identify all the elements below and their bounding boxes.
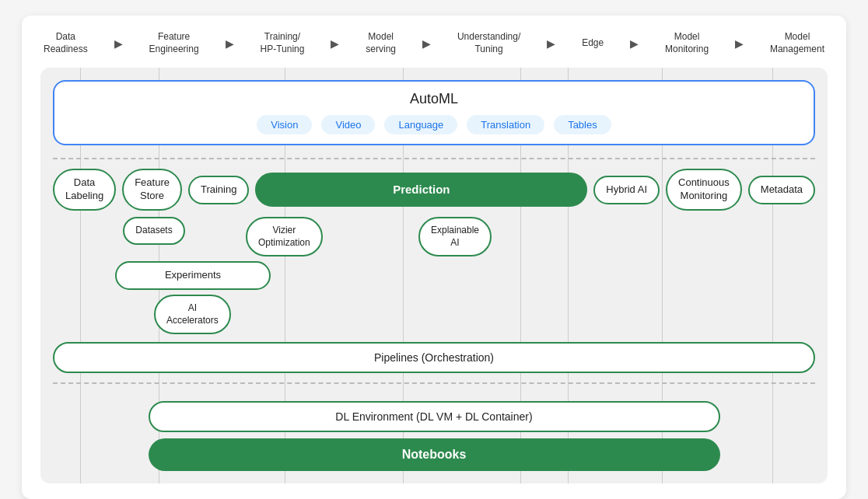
components-area: Data Labeling Feature Store Training Pre… [53, 169, 815, 373]
lower-section: DL Environment (DL VM + DL Container) No… [53, 393, 815, 471]
step-feature-engineering: Feature Engineering [149, 31, 199, 55]
pill-notebooks: Notebooks [149, 438, 720, 471]
vizier-col: Vizier Optimization [246, 217, 404, 256]
step-model-serving: Model serving [366, 31, 396, 55]
step-understanding-tuning: Understanding/ Tuning [457, 31, 520, 55]
dashed-sep-1 [53, 158, 815, 159]
pill-hybrid-ai: Hybrid AI [593, 176, 660, 204]
pill-ai-accelerators: AI Accelerators [154, 295, 231, 334]
chip-video: Video [321, 115, 375, 134]
pill-data-labeling: Data Labeling [53, 169, 116, 211]
diagram-wrapper: Data Readiness ▶ Feature Engineering ▶ T… [22, 16, 846, 499]
automl-section: AutoML Vision Video Language Translation… [53, 80, 815, 145]
pill-datasets: Datasets [123, 217, 184, 245]
dashed-sep-2 [53, 382, 815, 384]
pill-vizier: Vizier Optimization [246, 217, 323, 256]
arrow-7: ▶ [735, 37, 744, 50]
main-content: AutoML Vision Video Language Translation… [40, 68, 828, 483]
main-components-row: Data Labeling Feature Store Training Pre… [53, 169, 815, 211]
sub-row-2: Datasets Vizier Optimization Explainable… [53, 217, 815, 256]
pill-explainable-ai: Explainable AI [418, 217, 492, 256]
experiments-row: Experiments [115, 261, 815, 290]
step-training-hp: Training/ HP-Tuning [261, 31, 305, 55]
arrow-1: ▶ [114, 37, 123, 50]
arrow-4: ▶ [422, 37, 431, 50]
chip-tables: Tables [554, 115, 611, 134]
arrow-5: ▶ [547, 37, 555, 50]
chip-language: Language [384, 115, 457, 134]
arrow-3: ▶ [331, 37, 339, 50]
notebooks-row: Notebooks [53, 438, 815, 471]
pill-metadata: Metadata [748, 176, 815, 204]
datasets-col: Datasets [115, 217, 193, 245]
pill-pipelines: Pipelines (Orchestration) [53, 342, 815, 373]
automl-chips: Vision Video Language Translation Tables [70, 115, 798, 134]
pill-training: Training [188, 176, 249, 204]
arrow-6: ▶ [630, 37, 639, 50]
pill-feature-store: Feature Store [122, 169, 182, 211]
accelerators-row: AI Accelerators [154, 295, 815, 334]
step-model-monitoring: Model Monitoring [665, 31, 709, 55]
chip-translation: Translation [467, 115, 544, 134]
step-model-management: Model Management [770, 31, 824, 55]
automl-title: AutoML [70, 91, 798, 107]
pipeline-header: Data Readiness ▶ Feature Engineering ▶ T… [40, 31, 828, 55]
pill-continuous-monitoring: Continuous Monitoring [666, 169, 742, 211]
chip-vision: Vision [257, 115, 312, 134]
pill-prediction: Prediction [255, 173, 587, 207]
dl-env-row: DL Environment (DL VM + DL Container) [53, 401, 815, 432]
pill-experiments: Experiments [115, 261, 271, 290]
arrow-2: ▶ [226, 37, 234, 50]
step-edge: Edge [582, 37, 604, 50]
pill-dl-env: DL Environment (DL VM + DL Container) [149, 401, 720, 432]
explainable-col: Explainable AI [418, 217, 492, 256]
step-data-readiness: Data Readiness [44, 31, 88, 55]
pipelines-row: Pipelines (Orchestration) [53, 342, 815, 373]
